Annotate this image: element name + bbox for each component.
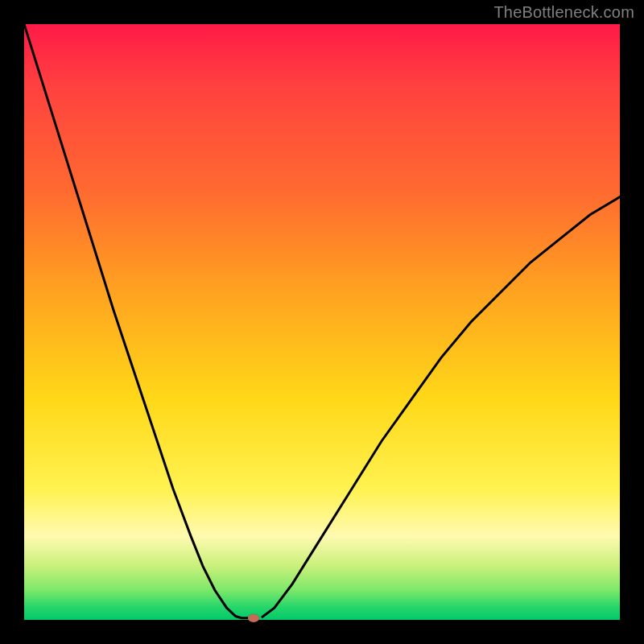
optimal-point-marker: [248, 614, 259, 622]
curve-right-path: [262, 197, 620, 617]
curve-left-path: [24, 24, 248, 618]
watermark-text: TheBottleneck.com: [493, 3, 634, 22]
chart-frame: TheBottleneck.com: [0, 0, 644, 644]
bottleneck-curve: [24, 24, 620, 620]
